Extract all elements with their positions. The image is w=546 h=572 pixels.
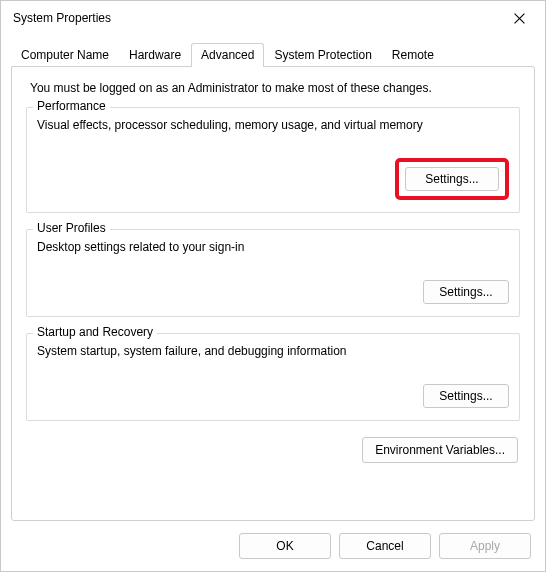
user-profiles-desc: Desktop settings related to your sign-in (37, 240, 509, 254)
environment-variables-button[interactable]: Environment Variables... (362, 437, 518, 463)
apply-button: Apply (439, 533, 531, 559)
tab-system-protection[interactable]: System Protection (264, 43, 381, 66)
user-profiles-settings-button[interactable]: Settings... (423, 280, 509, 304)
performance-group: Performance Visual effects, processor sc… (26, 107, 520, 213)
tab-advanced[interactable]: Advanced (191, 43, 264, 67)
close-button[interactable] (497, 3, 541, 33)
cancel-button[interactable]: Cancel (339, 533, 431, 559)
user-profiles-legend: User Profiles (33, 221, 110, 235)
highlight-annotation: Settings... (395, 158, 509, 200)
admin-note: You must be logged on as an Administrato… (26, 81, 520, 95)
content-area: Computer Name Hardware Advanced System P… (1, 35, 545, 521)
tab-remote[interactable]: Remote (382, 43, 444, 66)
startup-recovery-group: Startup and Recovery System startup, sys… (26, 333, 520, 421)
tab-panel-advanced: You must be logged on as an Administrato… (11, 66, 535, 521)
window-title: System Properties (13, 11, 111, 25)
system-properties-dialog: System Properties Computer Name Hardware… (0, 0, 546, 572)
startup-recovery-legend: Startup and Recovery (33, 325, 157, 339)
titlebar: System Properties (1, 1, 545, 35)
performance-desc: Visual effects, processor scheduling, me… (37, 118, 509, 132)
close-icon (514, 13, 525, 24)
ok-button[interactable]: OK (239, 533, 331, 559)
tab-hardware[interactable]: Hardware (119, 43, 191, 66)
performance-legend: Performance (33, 99, 110, 113)
tab-computer-name[interactable]: Computer Name (11, 43, 119, 66)
performance-settings-button[interactable]: Settings... (405, 167, 499, 191)
startup-recovery-desc: System startup, system failure, and debu… (37, 344, 509, 358)
dialog-footer: OK Cancel Apply (1, 521, 545, 571)
startup-recovery-settings-button[interactable]: Settings... (423, 384, 509, 408)
user-profiles-group: User Profiles Desktop settings related t… (26, 229, 520, 317)
tab-strip: Computer Name Hardware Advanced System P… (11, 43, 535, 66)
